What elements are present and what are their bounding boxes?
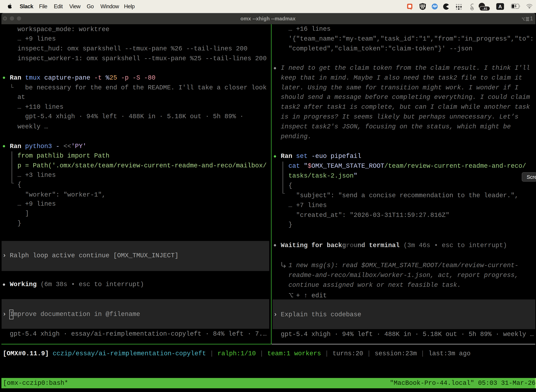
svg-text:A: A [498, 4, 502, 9]
svg-text:..61: ..61 [482, 7, 487, 10]
